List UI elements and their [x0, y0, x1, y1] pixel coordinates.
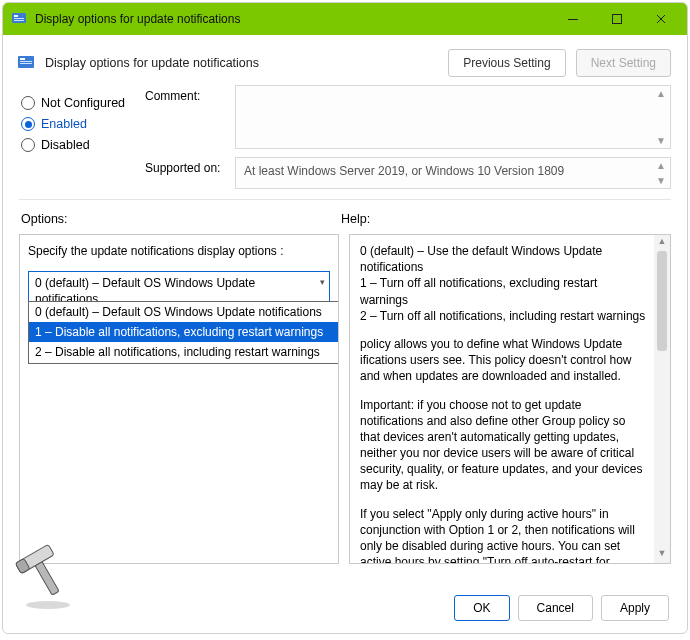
- scroll-down-icon[interactable]: ▼: [658, 547, 667, 563]
- scroll-down-icon[interactable]: ▼: [654, 135, 668, 146]
- previous-setting-button[interactable]: Previous Setting: [448, 49, 565, 77]
- help-scrollbar[interactable]: ▲ ▼: [654, 235, 670, 563]
- help-line: 0 (default) – Use the default Windows Up…: [360, 243, 646, 275]
- supported-on-value: At least Windows Server 2019, or Windows…: [235, 157, 671, 189]
- scroll-down-icon[interactable]: ▼: [654, 175, 668, 186]
- svg-rect-9: [20, 58, 25, 60]
- svg-rect-11: [20, 63, 32, 64]
- ok-button[interactable]: OK: [454, 595, 509, 621]
- radio-icon: [21, 117, 35, 131]
- app-icon: [11, 11, 27, 27]
- window-title: Display options for update notifications: [35, 12, 240, 26]
- options-pane: Specify the update notifications display…: [19, 234, 339, 564]
- radio-label: Enabled: [41, 117, 87, 131]
- minimize-button[interactable]: [551, 3, 595, 35]
- supported-on-label: Supported on:: [145, 157, 229, 175]
- policy-icon: [17, 54, 35, 72]
- apply-button[interactable]: Apply: [601, 595, 669, 621]
- help-pane: 0 (default) – Use the default Windows Up…: [349, 234, 671, 564]
- help-line: 1 – Turn off all notifications, excludin…: [360, 275, 646, 307]
- scrollbar-thumb[interactable]: [657, 251, 667, 351]
- svg-rect-4: [568, 19, 578, 20]
- radio-icon: [21, 138, 35, 152]
- svg-rect-2: [14, 18, 24, 19]
- comment-textarea[interactable]: ▲ ▼: [235, 85, 671, 149]
- policy-title: Display options for update notifications: [45, 56, 438, 70]
- close-button[interactable]: [639, 3, 683, 35]
- dropdown-option-2[interactable]: 2 – Disable all notifications, including…: [29, 342, 339, 362]
- dropdown-list: 0 (default) – Default OS Windows Update …: [28, 301, 339, 364]
- cancel-button[interactable]: Cancel: [518, 595, 593, 621]
- scroll-up-icon[interactable]: ▲: [658, 235, 667, 251]
- radio-label: Not Configured: [41, 96, 125, 110]
- svg-rect-10: [20, 61, 32, 62]
- radio-not-configured[interactable]: Not Configured: [21, 96, 133, 110]
- svg-rect-1: [14, 15, 18, 17]
- watermark-hammer-icon: [13, 543, 83, 613]
- svg-rect-5: [613, 15, 622, 24]
- radio-icon: [21, 96, 35, 110]
- dropdown-option-1[interactable]: 1 – Disable all notifications, excluding…: [29, 322, 339, 342]
- radio-enabled[interactable]: Enabled: [21, 117, 133, 131]
- comment-label: Comment:: [145, 85, 229, 103]
- options-heading: Options:: [21, 212, 341, 226]
- window-titlebar: Display options for update notifications: [3, 3, 687, 35]
- maximize-button[interactable]: [595, 3, 639, 35]
- svg-rect-3: [14, 20, 24, 21]
- help-paragraph: policy allows you to define what Windows…: [360, 336, 646, 385]
- help-line: 2 – Turn off all notifications, includin…: [360, 308, 646, 324]
- help-heading: Help:: [341, 212, 370, 226]
- help-paragraph: Important: if you choose not to get upda…: [360, 397, 646, 494]
- radio-disabled[interactable]: Disabled: [21, 138, 133, 152]
- spec-label: Specify the update notifications display…: [28, 243, 330, 259]
- next-setting-button: Next Setting: [576, 49, 671, 77]
- chevron-down-icon: ▾: [320, 276, 325, 288]
- supported-on-text: At least Windows Server 2019, or Windows…: [244, 164, 564, 178]
- dropdown-option-0[interactable]: 0 (default) – Default OS Windows Update …: [29, 302, 339, 322]
- help-paragraph: If you select "Apply only during active …: [360, 506, 646, 564]
- scroll-up-icon[interactable]: ▲: [654, 160, 668, 171]
- radio-label: Disabled: [41, 138, 90, 152]
- svg-point-15: [26, 601, 70, 609]
- scroll-up-icon[interactable]: ▲: [654, 88, 668, 99]
